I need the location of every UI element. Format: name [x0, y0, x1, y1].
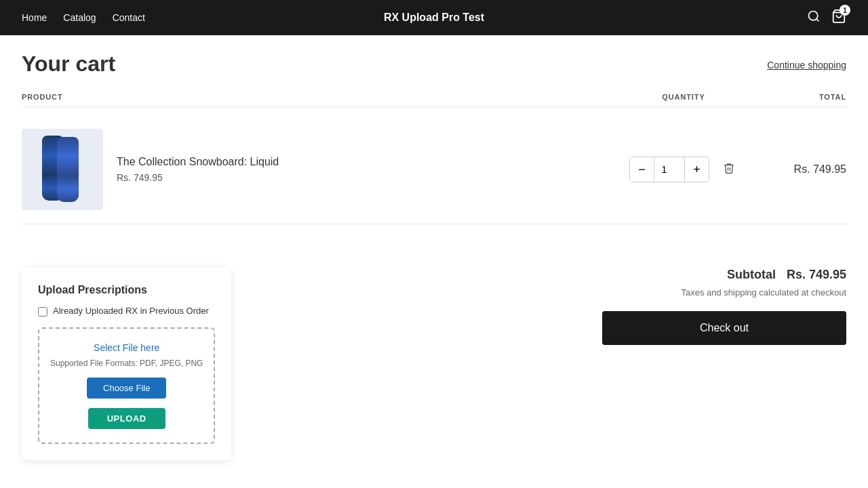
upload-dropzone[interactable]: Select File here Supported File Formats:… [38, 327, 215, 444]
subtotal-row: Subtotal Rs. 749.95 [727, 268, 846, 282]
quantity-controls: − + [629, 157, 709, 182]
continue-shopping-link[interactable]: Continue shopping [767, 52, 846, 70]
svg-point-0 [809, 12, 818, 20]
select-file-text[interactable]: Select File here [50, 342, 203, 353]
cart-item: The Collection Snowboard: Liquid Rs. 749… [22, 115, 846, 224]
page-title: Your cart [22, 52, 115, 77]
quantity-decrease-button[interactable]: − [630, 157, 654, 182]
nav-links: Home Catalog Contact [22, 12, 145, 23]
supported-formats: Supported File Formats: PDF, JPEG, PNG [50, 359, 203, 368]
nav-actions: 1 [807, 9, 846, 26]
item-price: Rs. 749.95 [117, 172, 279, 183]
page-header: Your cart Continue shopping [22, 52, 846, 77]
upload-prescriptions-card: Upload Prescriptions Already Uploaded RX… [22, 268, 231, 460]
quantity-increase-button[interactable]: + [685, 157, 709, 182]
snowboard-illustration [42, 136, 83, 203]
page-container: Your cart Continue shopping PRODUCT QUAN… [0, 35, 868, 476]
item-quantity: − + [629, 157, 738, 182]
col-product-header: PRODUCT [22, 93, 629, 101]
col-total-header: TOTAL [738, 93, 846, 101]
subtotal-label: Subtotal [727, 268, 776, 282]
cart-icon[interactable]: 1 [831, 9, 846, 26]
upload-button[interactable]: UPLOAD [88, 408, 165, 429]
checkout-section: Subtotal Rs. 749.95 Taxes and shipping c… [602, 268, 846, 345]
table-header: PRODUCT QUANTITY TOTAL [22, 93, 846, 107]
item-product: The Collection Snowboard: Liquid Rs. 749… [22, 129, 629, 210]
subtotal-value: Rs. 749.95 [787, 268, 846, 282]
upload-title: Upload Prescriptions [38, 284, 215, 296]
quantity-input[interactable] [654, 157, 685, 182]
search-icon[interactable] [807, 9, 821, 26]
checkout-button[interactable]: Check out [602, 311, 846, 345]
nav-home[interactable]: Home [22, 12, 47, 23]
col-quantity-header: QUANTITY [629, 93, 738, 101]
nav-catalog[interactable]: Catalog [63, 12, 96, 23]
cart-count: 1 [840, 5, 850, 16]
nav-contact[interactable]: Contact [113, 12, 145, 23]
item-name: The Collection Snowboard: Liquid [117, 156, 279, 168]
nav-brand: RX Upload Pro Test [384, 12, 484, 24]
item-info: The Collection Snowboard: Liquid Rs. 749… [117, 156, 279, 183]
delete-item-button[interactable] [720, 159, 738, 180]
svg-line-1 [816, 19, 819, 22]
already-uploaded-row: Already Uploaded RX in Previous Order [38, 306, 215, 317]
tax-note: Taxes and shipping calculated at checkou… [681, 287, 846, 298]
choose-file-button[interactable]: Choose File [87, 378, 166, 399]
item-total: Rs. 749.95 [738, 163, 846, 176]
navbar: Home Catalog Contact RX Upload Pro Test … [0, 0, 868, 35]
already-uploaded-checkbox[interactable] [38, 307, 47, 317]
already-uploaded-label: Already Uploaded RX in Previous Order [53, 306, 209, 316]
product-image [22, 129, 103, 210]
